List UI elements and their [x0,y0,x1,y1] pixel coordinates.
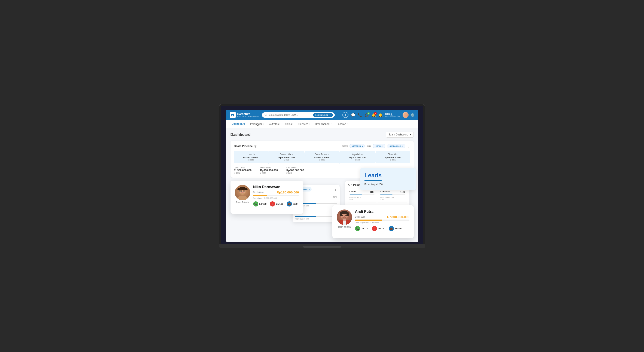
dashboard-select[interactable]: Team Dashboard ▾ [386,132,414,138]
menu-item-services[interactable]: Services▾ [296,121,312,127]
niko-progress-bar [253,195,299,196]
svg-point-27 [346,212,349,216]
svg-point-16 [242,192,244,193]
deals-pipeline-header: Deals Pipeline i dalam Minggu ini▾ milik… [234,144,410,148]
svg-point-6 [404,113,407,115]
andi-metric-calls: 📞 10/100 [355,226,368,231]
headset-badge: on [367,112,370,115]
niko-info: Niko Darmawan Deals Won Rp180.000.000 [253,185,299,206]
add-icon[interactable]: + [342,112,348,118]
laptop-screen: Barantum CRM & Call Center Solutions Sem… [220,104,425,244]
svg-point-4 [265,114,266,116]
niko-top: Team Jakarta Niko Darmawan Deals Won Rp1… [235,185,299,206]
stat-lost-deals: Lost Deals Rp300.000.000 2 data [286,166,304,174]
svg-point-26 [340,212,342,216]
this-week-more-icon[interactable]: ⋮ [334,187,337,191]
andi-metric-deals: 💼 10/100 [389,226,402,231]
user-info: Demo demo@barantum. [385,112,401,117]
menu-item-laporan[interactable]: Laporan▾ [334,121,350,127]
andi-deals-icon: 💼 [389,226,394,231]
laptop-frame: Barantum CRM & Call Center Solutions Sem… [220,104,425,248]
users-filter[interactable]: Semua users▾ [387,144,405,148]
phone-icon[interactable]: 📞 [358,113,362,117]
menu-item-omnichannel[interactable]: Omnichannel▾ [313,121,334,127]
andi-avatar [337,210,352,225]
niko-metric-tasks: 📍 35/100 [270,201,283,206]
team-filter[interactable]: Team a▾ [372,144,385,148]
page-title: Dashboard [230,132,250,137]
niko-avatar-team: Team Jakarta [235,185,250,206]
svg-point-15 [243,190,244,191]
svg-point-29 [346,215,347,216]
avatar[interactable] [402,112,408,118]
kpi-contacts-fill [380,194,393,195]
niko-avatar [235,185,250,200]
svg-point-30 [344,216,345,217]
pipeline-filters: dalam Minggu ini▾ milik Team a▾ Semua us… [342,144,410,148]
floating-section: Team Jakarta Niko Darmawan Deals Won Rp1… [230,180,414,238]
andi-metric-tasks: 📍 10/100 [372,226,385,231]
svg-point-28 [342,215,343,216]
top-nav: Barantum CRM & Call Center Solutions Sem… [226,110,418,120]
kpi-leads-fill [350,194,362,195]
period-filter[interactable]: Minggu ini▾ [350,144,365,148]
menu-item-pelanggan[interactable]: Pelanggan▾ [248,121,266,127]
svg-point-31 [342,217,347,219]
svg-rect-0 [231,114,233,115]
andi-progress [355,220,410,221]
bell-active-icon[interactable]: 🔔 1 [372,113,376,117]
chat-icon[interactable]: 💬 [351,113,355,117]
main-content: Dashboard Team Dashboard ▾ Deals Pipelin… [226,128,418,242]
search-module-btn[interactable]: Semua Modul ▼ [313,113,333,117]
svg-rect-1 [233,114,234,115]
menu-item-aktivitas[interactable]: Aktivitas▾ [267,121,282,127]
stage-close-won[interactable]: Close Won Rp300.000.000 2 data [376,151,410,163]
niko-team: Team Jakarta [236,201,249,204]
svg-rect-3 [233,115,234,116]
headset-icon[interactable]: 🎧 on [365,113,369,117]
niko-metrics: 📞 50/100 📍 35/100 💼 9 [253,201,299,206]
logo-text: Barantum CRM & Call Center Solutions [237,112,260,118]
stage-negotiations[interactable]: Negotiations Rp300.000.000 2 data [340,151,375,163]
settings-icon[interactable]: ⚙️ [410,113,414,117]
menu-item-sales[interactable]: Sales▾ [283,121,295,127]
andi-tasks-icon: 📍 [372,226,377,231]
bell-icon[interactable]: 🔔 [378,113,383,117]
niko-tasks-icon: 📍 [270,201,275,206]
menu-bar: Dashboard Pelanggan▾ Aktivitas▾ Sales▾ S… [226,120,418,128]
logo-area: Barantum CRM & Call Center Solutions [230,112,260,118]
leads-card: Leads From target 200 [360,168,416,190]
kpi-leads: Leads 100 From target 200 50% [348,188,376,202]
screen-inner: Barantum CRM & Call Center Solutions Sem… [226,110,418,242]
nav-icons: + 💬 📞 🎧 on 🔔 1 🔔 Demo [342,112,414,118]
kpi2-progress-fill [295,216,316,217]
pipeline-info-icon[interactable]: i [254,145,257,148]
andi-team: Team Jakarta [338,226,350,228]
niko-progress [253,195,299,196]
menu-item-dashboard[interactable]: Dashboard [230,121,248,127]
laptop-base [220,244,425,248]
deals-pipeline-title: Deals Pipeline i [234,144,257,148]
niko-progress-fill [253,195,267,196]
andi-top: Team Jakarta Andi Putra Deals Won Rp300.… [337,210,410,231]
stage-lead-in[interactable]: Lead In Rp300.000.000 2 data [234,151,268,163]
user-area: Demo demo@barantum. ⚙️ [385,112,414,118]
andi-metrics: 📞 10/100 📍 10/100 💼 1 [355,226,410,231]
leads-underline [364,180,382,181]
andi-avatar-team: Team Jakarta [337,210,352,231]
more-options-icon[interactable]: ⋮ [407,144,410,148]
niko-calls-icon: 📞 [253,201,258,206]
search-bar[interactable]: Semua Modul ▼ [262,112,335,118]
search-input[interactable] [268,114,312,116]
person-card-andi: Team Jakarta Andi Putra Deals Won Rp300.… [332,205,414,238]
kpi-contacts-progress [380,194,405,195]
niko-metric-deals: 💼 9/50 [287,201,298,206]
andi-info: Andi Putra Deals Won Rp300.000.000 [355,210,410,231]
search-icon [264,114,267,116]
stage-demo-products[interactable]: Demo Products Rp300.000.000 2 data [305,151,340,163]
svg-point-7 [404,116,408,118]
andi-progress-fill [355,220,382,221]
page-header: Dashboard Team Dashboard ▾ [230,132,414,138]
svg-line-5 [266,115,267,116]
stage-contact-made[interactable]: Contact Made Rp300.000.000 2 data [269,151,304,163]
